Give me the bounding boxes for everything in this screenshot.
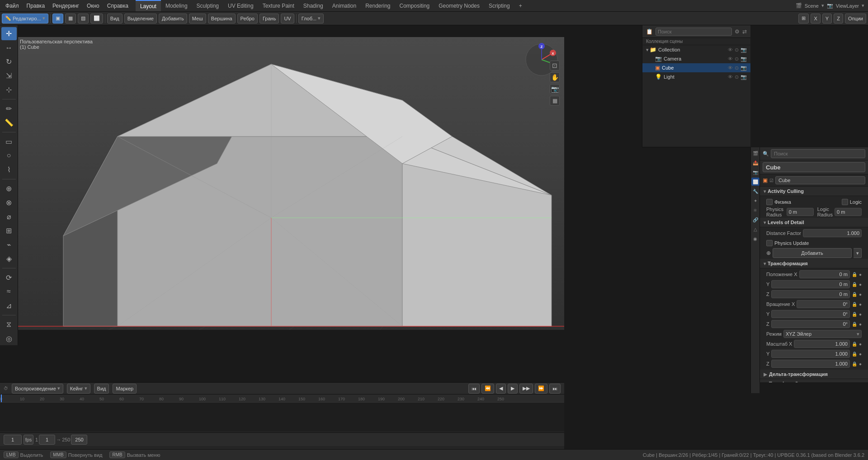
outliner-item-light[interactable]: ▾ 💡 Light 👁 ⊙ 📷 (642, 72, 750, 81)
position-x-lock[interactable]: 🔒 (852, 272, 857, 277)
transform-header[interactable]: ▾ Трансформация (760, 259, 868, 268)
nav-gizmo[interactable]: X Y Z ⊡ ✋ 📷 ▦ (524, 42, 560, 79)
view-layer-expand[interactable]: ▾ (862, 3, 864, 9)
prop-icon-particles[interactable]: ✦ (751, 197, 760, 205)
tool-to-sphere[interactable]: ◎ (1, 332, 17, 345)
playback-btn[interactable]: Воспроизведение ▾ (12, 384, 63, 394)
tab-uv-editing[interactable]: UV Editing (223, 0, 258, 11)
rotation-mode-value[interactable]: XYZ Эйлер ▾ (783, 330, 862, 338)
timeline-track-area[interactable]: 0 10 20 30 40 50 60 70 80 90 100 110 120… (0, 394, 564, 432)
tab-animation[interactable]: Animation (328, 0, 361, 11)
rotation-x-value[interactable]: 0° (797, 300, 850, 308)
select-btn[interactable]: Выделение (124, 14, 157, 23)
viewport-mode-3[interactable]: ▧ (78, 14, 89, 23)
tab-compositing[interactable]: Compositing (395, 0, 434, 11)
render-icon[interactable]: 📷 (741, 47, 747, 53)
mesh-btn[interactable]: Меш (189, 14, 206, 23)
scale-y-anim[interactable]: ● (859, 352, 862, 357)
menu-edit[interactable]: Правка (23, 3, 49, 9)
activity-culling-header[interactable]: ▾ Activity Culling (760, 187, 868, 196)
viewport-mode-4[interactable]: ⬜ (90, 14, 103, 23)
scale-z-value[interactable]: 1.000 (771, 360, 850, 368)
light-visibility-icon[interactable]: 👁 (728, 74, 733, 80)
frame-last[interactable]: ⏭ (549, 384, 561, 394)
viewport-icon[interactable]: ⊙ (735, 47, 739, 53)
visibility-icon[interactable]: 👁 (728, 47, 733, 53)
timeline-tracks[interactable] (0, 403, 564, 432)
distance-factor-value[interactable]: 1.000 (803, 229, 862, 237)
start-frame-field[interactable]: 1 (39, 435, 55, 445)
outliner-item-camera[interactable]: ▾ 📷 Camera 👁 ⊙ 📷 (642, 54, 750, 63)
outliner-filter-icon[interactable]: ⚙ (735, 28, 740, 35)
logic-radius-value[interactable]: 0 m (835, 208, 862, 216)
options-btn[interactable]: Опции (845, 14, 866, 23)
vertex-btn[interactable]: Вершина (208, 14, 236, 23)
prop-icon-output[interactable]: 📤 (751, 159, 760, 167)
cube-render-icon[interactable]: 📷 (741, 65, 747, 71)
tool-edge-slide[interactable]: ⊿ (1, 299, 17, 312)
viewport-mode-1[interactable]: ▣ (52, 14, 63, 23)
tool-bevel[interactable]: ⌀ (1, 210, 17, 223)
tool-cursor[interactable]: ✛ (1, 27, 17, 40)
camera-render-icon[interactable]: 📷 (741, 56, 747, 62)
position-x-anim[interactable]: ● (859, 272, 862, 277)
light-render-icon[interactable]: 📷 (741, 74, 747, 80)
rotation-y-anim[interactable]: ● (859, 312, 862, 317)
zoom-to-fit[interactable]: ⊡ (550, 61, 560, 70)
position-y-anim[interactable]: ● (859, 282, 862, 287)
camera-viewport-icon[interactable]: ⊙ (735, 56, 739, 62)
object-name-field[interactable]: Cube (763, 162, 865, 172)
position-y-value[interactable]: 0 m (771, 280, 850, 288)
rotation-z-lock[interactable]: 🔒 (852, 322, 857, 327)
tool-box-select[interactable]: ▭ (1, 135, 17, 148)
position-x-value[interactable]: 0 m (799, 270, 850, 278)
scale-y-value[interactable]: 1.000 (771, 350, 850, 358)
viewport-mode-2[interactable]: ▦ (65, 14, 76, 23)
delta-transform-header[interactable]: ▶ Дельта-трансформация (760, 370, 868, 379)
rotation-y-value[interactable]: 0° (771, 310, 850, 318)
tool-move[interactable]: ↔ (1, 41, 17, 54)
rotation-y-lock[interactable]: 🔒 (852, 312, 857, 317)
menu-file[interactable]: Файл (2, 3, 23, 9)
tab-modeling[interactable]: Modeling (161, 0, 192, 11)
physics-checkbox[interactable] (766, 199, 773, 205)
prop-icon-data[interactable]: △ (751, 225, 760, 233)
tool-annotate[interactable]: ✏ (1, 102, 17, 115)
tool-scale[interactable]: ⇲ (1, 69, 17, 82)
tool-smooth[interactable]: ≈ (1, 285, 17, 298)
rotation-x-lock[interactable]: 🔒 (852, 302, 857, 307)
tool-circle-select[interactable]: ○ (1, 149, 17, 162)
outliner-sync-icon[interactable]: ⇄ (742, 28, 747, 35)
fps-indicator[interactable]: fps (24, 435, 33, 445)
view-btn-tl[interactable]: Вид (94, 384, 109, 394)
tool-inset[interactable]: ⊗ (1, 196, 17, 209)
uv-btn[interactable]: UV (281, 14, 294, 23)
x-axis-btn[interactable]: X (811, 14, 820, 23)
tool-shear[interactable]: ⧖ (1, 318, 17, 331)
frame-prev-keyframe[interactable]: ⏪ (481, 384, 494, 394)
tool-loop-cut[interactable]: ⊞ (1, 224, 17, 237)
tab-scripting[interactable]: Scripting (484, 0, 514, 11)
data-name-field[interactable]: Cube (775, 176, 865, 184)
z-axis-btn[interactable]: Z (834, 14, 843, 23)
position-z-lock[interactable]: 🔒 (852, 292, 857, 297)
tool-extrude[interactable]: ⊕ (1, 182, 17, 195)
view-btn[interactable]: Вид (107, 14, 123, 23)
add-lod-dropdown[interactable]: ▾ (854, 248, 862, 258)
play-btn[interactable]: ▶ (508, 384, 518, 394)
rotation-z-anim[interactable]: ● (859, 322, 862, 327)
prop-icon-view[interactable]: 📷 (751, 168, 760, 176)
y-axis-btn[interactable]: Y (822, 14, 832, 23)
prop-icon-material[interactable]: ◉ (751, 235, 760, 243)
menu-render[interactable]: Рендеринг (49, 3, 83, 9)
prop-icon-object[interactable]: ⬜ (751, 178, 760, 186)
properties-search-input[interactable] (771, 149, 865, 158)
camera-view[interactable]: 📷 (550, 84, 560, 94)
transform-game-header[interactable]: ▶ Transform Game (760, 379, 868, 382)
global-btn[interactable]: Глоб... ▾ (298, 14, 324, 23)
marker-btn[interactable]: Маркер (113, 384, 137, 394)
add-btn[interactable]: Добавить (159, 14, 187, 23)
outliner-item-collection[interactable]: ▾ 📁 Collection 👁 ⊙ 📷 (642, 45, 750, 54)
options-overlay[interactable]: ⊞ (798, 14, 809, 23)
tab-texture-paint[interactable]: Texture Paint (258, 0, 299, 11)
